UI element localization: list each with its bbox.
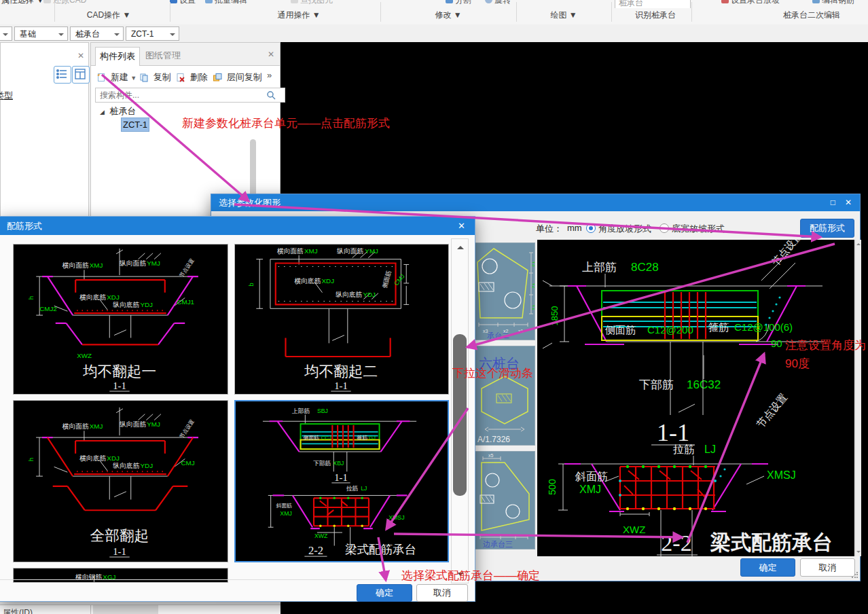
group-separator bbox=[691, 2, 692, 22]
ribbon-group-cad[interactable]: CAD操作 ▼ bbox=[87, 10, 131, 21]
scrollbar-thumb[interactable] bbox=[453, 334, 467, 496]
rebar-option-3[interactable]: 横向面筋XMJ 纵向面筋YMJ 横向底筋XDJ 纵向底筋YDJ CMJ 节点设置… bbox=[13, 400, 228, 562]
unit-value: mm bbox=[567, 223, 582, 233]
rebar-option-5-partial[interactable]: 横向钢筋 XGJ bbox=[13, 568, 228, 583]
delete-button[interactable]: 删除 bbox=[176, 71, 208, 84]
ribbon-item-rotate[interactable]: 旋转 bbox=[485, 0, 511, 8]
ribbon-group-draw[interactable]: 绘图 ▼ bbox=[550, 10, 577, 21]
scroll-up-icon[interactable] bbox=[457, 242, 464, 249]
close-icon[interactable]: ✕ bbox=[845, 194, 852, 211]
svg-text:纵向底筋: 纵向底筋 bbox=[336, 291, 362, 298]
settings-icon bbox=[170, 0, 177, 3]
close-icon[interactable]: ✕ bbox=[458, 217, 465, 235]
tree-item-zct1[interactable]: ZCT-1 bbox=[121, 118, 149, 132]
panel-view-button[interactable] bbox=[72, 66, 90, 84]
dialog-titlebar[interactable]: 配筋形式 ✕ bbox=[0, 217, 475, 235]
copy-icon bbox=[139, 73, 149, 82]
svg-text:纵向面筋: 纵向面筋 bbox=[120, 259, 146, 267]
ribbon-group-common[interactable]: 通用操作 ▼ bbox=[277, 10, 320, 21]
svg-text:纵向面筋: 纵向面筋 bbox=[337, 247, 363, 255]
svg-text:YDJ: YDJ bbox=[140, 462, 153, 469]
maximize-icon[interactable]: □ bbox=[831, 194, 835, 211]
level-combo[interactable]: 基础 bbox=[14, 26, 68, 41]
tab-drawing-management[interactable]: 图纸管理 bbox=[141, 47, 185, 65]
tree-expander-icon[interactable]: ◢ bbox=[100, 109, 105, 115]
radio-angle-slope[interactable] bbox=[586, 223, 596, 233]
status-left-label: 属性(ID) bbox=[3, 607, 33, 614]
scroll-down-icon[interactable] bbox=[856, 551, 861, 555]
shape-card-six-pile[interactable]: 六桩台 A/1.7326 bbox=[473, 346, 535, 446]
svg-text:拉筋: 拉筋 bbox=[346, 485, 359, 492]
svg-text:下部筋: 下部筋 bbox=[313, 460, 331, 467]
outer-ok-button[interactable]: 确定 bbox=[740, 558, 795, 577]
rebar-form-button[interactable]: 配筋形式 bbox=[800, 219, 854, 238]
resize-grip[interactable] bbox=[851, 572, 858, 579]
unit-label: 单位： bbox=[536, 223, 562, 235]
more-actions-button[interactable]: » bbox=[267, 70, 272, 80]
svg-text:h: h bbox=[27, 458, 35, 461]
svg-text:YDJ: YDJ bbox=[363, 291, 376, 298]
pile-cap-name-box[interactable]: 桩承台 bbox=[615, 0, 691, 8]
ribbon-item-split[interactable]: 分割 bbox=[446, 0, 471, 8]
close-icon[interactable]: ✕ bbox=[77, 51, 84, 60]
svg-text:横向面筋: 横向面筋 bbox=[62, 422, 88, 430]
annotation-angle: 注意设置角度为 90度 bbox=[785, 336, 866, 373]
svg-text:LJ: LJ bbox=[361, 485, 367, 492]
shape-card-edge3[interactable]: x5 边承台三 bbox=[473, 451, 535, 549]
ribbon-item-attr-select[interactable]: 属性选择 ▼ bbox=[1, 0, 44, 8]
search-icon[interactable] bbox=[266, 90, 276, 100]
svg-text:SBJ: SBJ bbox=[317, 408, 328, 414]
new-button[interactable]: 新建 ▼ bbox=[96, 71, 137, 84]
panel-icon bbox=[73, 67, 88, 82]
floor-copy-button[interactable]: 层间复制 bbox=[213, 71, 262, 84]
radio-bottom-width-label[interactable]: 底宽放坡形式 bbox=[672, 223, 725, 235]
type-column-label: 类型 bbox=[0, 90, 13, 102]
find-element-icon bbox=[291, 0, 298, 3]
svg-text:XMJ: XMJ bbox=[90, 261, 103, 269]
ribbon-group-modify[interactable]: 修改 ▼ bbox=[435, 10, 461, 21]
rebar-option-2[interactable]: 横向面筋XMJ 纵向面筋YMJ 横向底筋XDJ 纵向底筋YDJ 侧面筋 CMJ … bbox=[234, 244, 449, 395]
shape-card-cap2[interactable]: Y3 Y2 Y1 x3x2x1 承台二 bbox=[473, 242, 535, 340]
scroll-up-icon[interactable] bbox=[856, 241, 861, 245]
element-combo[interactable]: ZCT-1 bbox=[126, 26, 179, 41]
dialog-scrollbar[interactable] bbox=[451, 238, 469, 583]
svg-text:上部筋: 上部筋 bbox=[582, 261, 617, 274]
ribbon-item-batch-edit[interactable]: 批量编辑 bbox=[205, 0, 247, 8]
svg-text:XDJ: XDJ bbox=[107, 293, 120, 301]
group-separator bbox=[170, 2, 170, 22]
svg-text:XWZ: XWZ bbox=[623, 524, 645, 535]
ribbon-item-cap-slope[interactable]: 设置承台放坡 bbox=[721, 0, 780, 8]
search-input[interactable] bbox=[95, 88, 285, 103]
card-dim: A/1.7326 bbox=[477, 435, 510, 444]
ribbon-item-edit-rebar[interactable]: 编辑钢筋 bbox=[812, 0, 854, 8]
svg-text:b: b bbox=[247, 283, 255, 287]
svg-text:16C32: 16C32 bbox=[687, 378, 721, 391]
rebar-form-dialog: 配筋形式 ✕ 横向面筋XMJ 纵向面筋YMJ 横向底筋XDJ 纵向底筋YDJ C… bbox=[0, 216, 475, 602]
list-view-button[interactable] bbox=[54, 66, 71, 84]
dialog-titlebar[interactable]: 选择参数化图形 □ ✕ bbox=[211, 194, 860, 211]
tab-component-list[interactable]: 构件列表 bbox=[95, 47, 140, 66]
svg-text:侧面筋: 侧面筋 bbox=[604, 324, 636, 336]
svg-text:x1: x1 bbox=[518, 329, 524, 333]
svg-text:节点设置: 节点设置 bbox=[769, 240, 804, 268]
preview-scrollbar[interactable] bbox=[855, 240, 861, 556]
svg-text:500: 500 bbox=[547, 479, 558, 495]
copy-button[interactable]: 复制 bbox=[139, 71, 171, 84]
tree-root-pile-cap[interactable]: ◢ 桩承台 bbox=[100, 105, 137, 118]
close-icon[interactable]: ✕ bbox=[268, 50, 274, 59]
svg-text:YMJ: YMJ bbox=[365, 247, 378, 255]
radio-angle-label[interactable]: 角度放坡形式 bbox=[598, 223, 651, 235]
svg-text:横向面筋: 横向面筋 bbox=[277, 247, 304, 255]
floor-combo-clipped[interactable] bbox=[0, 26, 12, 41]
rotate-icon bbox=[485, 0, 492, 3]
svg-text:XWZ: XWZ bbox=[77, 352, 92, 359]
rebar-option-1[interactable]: 横向面筋XMJ 纵向面筋YMJ 横向底筋XDJ 纵向底筋YDJ CMJ2 CMJ… bbox=[13, 244, 228, 395]
radio-bottom-width-slope[interactable] bbox=[659, 223, 669, 233]
rebar-option-4-beam-type[interactable]: 上部筋SBJ 侧面筋CCJ 箍筋GJ 下部筋XBJ 1-1 拉筋LJ bbox=[234, 400, 449, 562]
svg-text:YDJ: YDJ bbox=[140, 301, 153, 308]
outer-cancel-button[interactable]: 取消 bbox=[800, 558, 855, 577]
inner-cancel-button[interactable]: 取消 bbox=[416, 584, 468, 602]
ribbon-item-settings[interactable]: 设置 bbox=[170, 0, 196, 8]
category-combo[interactable]: 桩承台 bbox=[70, 26, 124, 41]
inner-ok-button[interactable]: 确定 bbox=[357, 584, 412, 602]
